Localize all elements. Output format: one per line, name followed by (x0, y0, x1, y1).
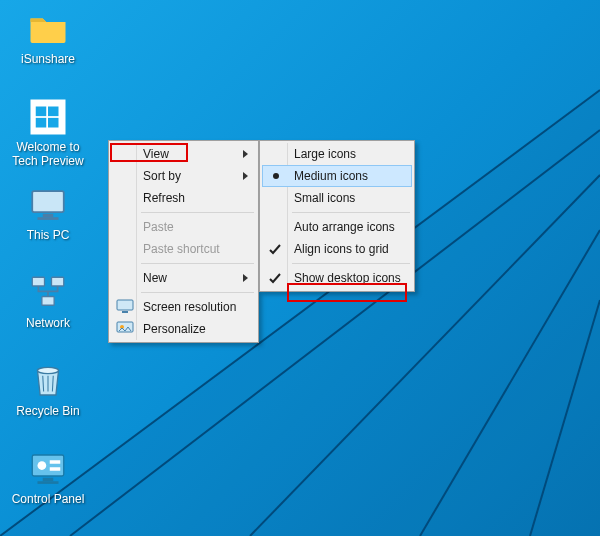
svg-rect-19 (122, 311, 128, 313)
submenu-item-large-icons[interactable]: Large icons (262, 143, 412, 165)
submenu-arrow-icon (243, 172, 248, 180)
svg-rect-0 (31, 100, 66, 135)
menu-item-label: Medium icons (294, 169, 368, 183)
menu-item-new[interactable]: New (111, 267, 256, 289)
svg-rect-6 (43, 214, 54, 218)
desktop-icon-isunshare[interactable]: iSunshare (6, 6, 90, 90)
menu-item-label: Auto arrange icons (294, 220, 395, 234)
svg-rect-2 (48, 107, 59, 117)
personalize-icon (116, 321, 134, 337)
windows-logo-icon (27, 96, 69, 138)
svg-rect-1 (36, 107, 47, 117)
menu-item-refresh[interactable]: Refresh (111, 187, 256, 209)
desktop-icon-label: iSunshare (21, 53, 75, 67)
menu-item-label: Align icons to grid (294, 242, 389, 256)
menu-item-label: Paste shortcut (143, 242, 220, 256)
submenu-item-align-grid[interactable]: Align icons to grid (262, 238, 412, 260)
svg-rect-16 (43, 478, 54, 482)
menu-separator (292, 263, 410, 264)
menu-item-sort-by[interactable]: Sort by (111, 165, 256, 187)
menu-item-label: Paste (143, 220, 174, 234)
svg-rect-17 (38, 481, 59, 484)
menu-item-label: Show desktop icons (294, 271, 401, 285)
menu-item-label: Large icons (294, 147, 356, 161)
this-pc-icon (27, 184, 69, 226)
submenu-item-medium-icons[interactable]: Medium icons (262, 165, 412, 187)
network-icon (27, 272, 69, 314)
desktop-icon-recycle-bin[interactable]: Recycle Bin (6, 358, 90, 442)
svg-rect-14 (50, 460, 61, 464)
menu-separator (141, 263, 254, 264)
desktop-icon-this-pc[interactable]: This PC (6, 182, 90, 266)
menu-item-screen-resolution[interactable]: Screen resolution (111, 296, 256, 318)
screen-resolution-icon (116, 299, 134, 315)
menu-item-personalize[interactable]: Personalize (111, 318, 256, 340)
menu-separator (292, 212, 410, 213)
submenu-arrow-icon (243, 274, 248, 282)
submenu-item-small-icons[interactable]: Small icons (262, 187, 412, 209)
desktop-icon-network[interactable]: Network (6, 270, 90, 354)
desktop-icon-welcome[interactable]: Welcome to Tech Preview (6, 94, 90, 178)
menu-item-label: New (143, 271, 167, 285)
svg-rect-18 (117, 300, 133, 310)
recycle-bin-icon (27, 360, 69, 402)
desktop-icon-label: This PC (27, 229, 70, 243)
menu-item-view[interactable]: View (111, 143, 256, 165)
svg-point-11 (38, 367, 59, 373)
submenu-item-auto-arrange[interactable]: Auto arrange icons (262, 216, 412, 238)
svg-rect-8 (32, 277, 44, 286)
menu-item-label: Sort by (143, 169, 181, 183)
radio-bullet-icon (273, 173, 279, 179)
menu-item-label: Small icons (294, 191, 355, 205)
submenu-item-show-desktop-icons[interactable]: Show desktop icons (262, 267, 412, 289)
svg-rect-12 (32, 455, 64, 476)
desktop-icon-label: Recycle Bin (16, 405, 79, 419)
menu-item-label: Refresh (143, 191, 185, 205)
menu-item-label: Screen resolution (143, 300, 236, 314)
svg-rect-3 (36, 118, 47, 128)
svg-rect-9 (52, 277, 64, 286)
svg-rect-15 (50, 467, 61, 471)
svg-rect-4 (48, 118, 59, 128)
check-icon (268, 271, 282, 285)
submenu-arrow-icon (243, 150, 248, 158)
desktop-icon-label: Welcome to Tech Preview (6, 141, 90, 169)
svg-rect-10 (42, 297, 54, 306)
check-icon (268, 242, 282, 256)
menu-item-label: View (143, 147, 169, 161)
menu-separator (141, 292, 254, 293)
menu-item-paste-shortcut: Paste shortcut (111, 238, 256, 260)
control-panel-icon (27, 448, 69, 490)
menu-separator (141, 212, 254, 213)
svg-rect-7 (38, 217, 59, 220)
desktop-icon-label: Control Panel (12, 493, 85, 507)
desktop-context-menu: View Sort by Refresh Paste Paste shortcu… (108, 140, 259, 343)
desktop-icon-label: Network (26, 317, 70, 331)
svg-rect-5 (32, 191, 64, 212)
view-submenu: Large icons Medium icons Small icons Aut… (259, 140, 415, 292)
desktop-icon-control-panel[interactable]: Control Panel (6, 446, 90, 530)
menu-item-label: Personalize (143, 322, 206, 336)
menu-item-paste: Paste (111, 216, 256, 238)
svg-point-13 (38, 461, 47, 470)
folder-icon (27, 8, 69, 50)
